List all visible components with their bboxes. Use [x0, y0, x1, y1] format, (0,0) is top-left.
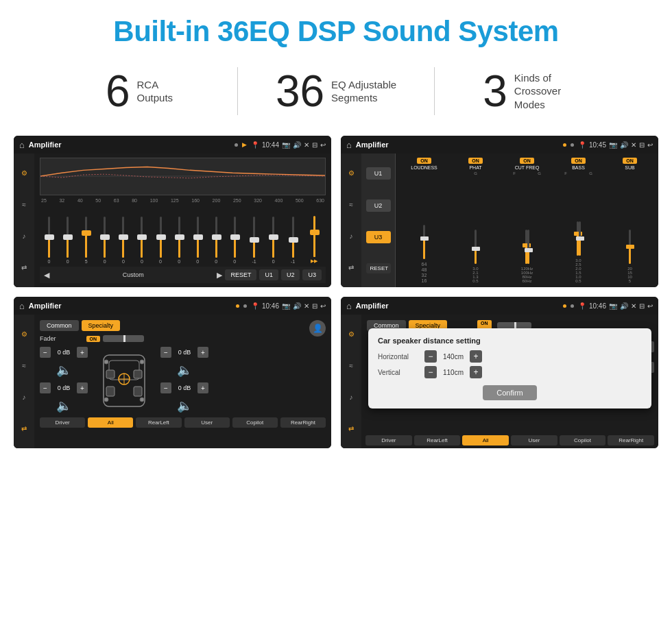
svg-rect-6: [134, 387, 142, 396]
speaker-icon-fr: 🔈: [160, 363, 208, 378]
minus-btn-fr[interactable]: −: [160, 347, 171, 358]
eq-slider-6: 0: [159, 217, 162, 264]
topbar-2: ⌂ Amplifier 📍 10:45 📷 🔊 ✕ ⊟ ↩: [341, 136, 658, 154]
cr-ch-sub: ON SUB 2015105: [605, 158, 654, 283]
tab-specialty[interactable]: Specialty: [82, 320, 121, 331]
freq-labels-row: 25 32 40 50 63 80 100 125 160 200 250 32…: [40, 198, 326, 203]
u1-btn-1[interactable]: U1: [259, 269, 278, 280]
back-icon-4: ↩: [647, 302, 653, 310]
horizontal-value: 140cm: [440, 353, 467, 361]
plus-btn-rl[interactable]: +: [77, 382, 88, 393]
horizontal-minus[interactable]: −: [424, 350, 437, 363]
btn-all-d[interactable]: All: [462, 435, 509, 446]
reset-btn-1[interactable]: RESET: [225, 269, 256, 280]
svg-point-11: [140, 360, 144, 364]
confirm-button[interactable]: Confirm: [483, 385, 537, 400]
balance-icon-1: ⇄: [21, 264, 27, 271]
home-icon-1: ⌂: [19, 140, 25, 150]
fader-text-label: Fader: [40, 335, 56, 342]
layout-icon-3: ⊟: [312, 302, 317, 310]
profile-icon[interactable]: 👤: [309, 320, 326, 337]
btn-user-d[interactable]: User: [511, 435, 557, 446]
stat-number-rca: 6: [106, 69, 130, 113]
svg-point-13: [140, 398, 144, 402]
btn-driver[interactable]: Driver: [40, 417, 85, 428]
btn-rearright-d[interactable]: RearRight: [608, 435, 654, 446]
stat-label-eq: EQ AdjustableSegments: [331, 78, 396, 105]
cr-sliders-phat: [475, 177, 477, 265]
btn-all[interactable]: All: [88, 417, 133, 428]
u3-btn-1[interactable]: U3: [302, 269, 322, 280]
location-icon-1: 📍: [251, 141, 259, 149]
vertical-plus[interactable]: +: [470, 366, 482, 378]
btn-driver-d[interactable]: Driver: [365, 435, 412, 446]
camera-icon-4: 📷: [609, 302, 617, 310]
layout-icon-1: ⊟: [312, 141, 317, 149]
cr-preset-u3[interactable]: U3: [366, 231, 391, 243]
minus-btn-fl[interactable]: −: [40, 347, 51, 358]
page-header: Built-in 36EQ DSP Sound System: [0, 0, 672, 60]
dist-sidebar: ⚙ ≈ ♪ ⇄: [341, 315, 361, 448]
minus-btn-rl[interactable]: −: [40, 382, 51, 393]
close-icon-1: ✕: [304, 141, 309, 149]
u2-btn-1[interactable]: U2: [281, 269, 300, 280]
eq-slider-1: 0: [67, 217, 69, 264]
status-dot-4b: [571, 304, 574, 308]
cr-reset-btn[interactable]: RESET: [366, 263, 391, 273]
prev-icon[interactable]: ◀: [44, 271, 49, 280]
status-dot-2: [563, 143, 566, 147]
vertical-ctrl: − 110cm +: [424, 366, 482, 378]
screen-distance: ⌂ Amplifier 📍 10:46 📷 🔊 ✕ ⊟ ↩ ⚙ ≈ ♪ ⇄: [341, 297, 658, 448]
eq-slider-4: 0: [122, 217, 125, 264]
status-dot-4: [563, 304, 566, 308]
horizontal-plus[interactable]: +: [470, 350, 482, 363]
svg-point-10: [104, 360, 108, 364]
db-val-fl: 0 dB: [53, 349, 74, 356]
stat-number-eq: 36: [276, 69, 324, 113]
volume-icon-2: 🔊: [620, 141, 628, 149]
cr-on-loudness: ON: [417, 158, 431, 164]
balance-icon-dist: ⇄: [348, 425, 354, 432]
eq-slider-5: 0: [141, 217, 143, 264]
btn-rearleft[interactable]: RearLeft: [136, 417, 181, 428]
app-title-3: Amplifier: [29, 302, 232, 310]
note-icon-fader: ♪: [23, 393, 26, 401]
next-icon[interactable]: ▶: [217, 271, 222, 280]
modal-row-horizontal: Horizontal − 140cm +: [378, 350, 642, 363]
plus-btn-fl[interactable]: +: [77, 347, 88, 358]
eq-slider-13: -1: [291, 217, 295, 264]
fader-screen: ⚙ ≈ ♪ ⇄ Common Specialty 👤 Fader: [14, 315, 331, 448]
eq-content-1: ⚙ ≈ ♪ ⇄ 25: [14, 154, 331, 287]
stat-number-crossover: 3: [483, 69, 507, 113]
svg-point-12: [104, 398, 108, 402]
status-dot-2b: [571, 143, 574, 147]
dist-bottom-btns: Driver RearLeft All User Copilot RearRig…: [365, 435, 654, 446]
speaker-icon-fl: 🔈: [40, 363, 88, 378]
vertical-minus[interactable]: −: [424, 366, 437, 378]
btn-copilot[interactable]: Copilot: [232, 417, 278, 428]
btn-user[interactable]: User: [184, 417, 230, 428]
tab-common[interactable]: Common: [40, 320, 79, 331]
eq-slider-8: 0: [196, 217, 199, 264]
camera-icon-3: 📷: [282, 302, 290, 310]
fader-on-badge[interactable]: ON: [86, 336, 101, 342]
cr-preset-u2[interactable]: U2: [366, 199, 391, 212]
cr-preset-u1[interactable]: U1: [366, 167, 391, 180]
volume-icon-3: 🔊: [293, 302, 301, 310]
eq-icon-1: ⚙: [21, 169, 27, 177]
svg-rect-4: [134, 370, 142, 378]
btn-copilot-d[interactable]: Copilot: [560, 435, 606, 446]
btn-rearright[interactable]: RearRight: [280, 417, 326, 428]
cr-sliders-bass: [577, 177, 581, 257]
plus-btn-rr[interactable]: +: [197, 382, 208, 393]
modal-title: Car speaker distance setting: [378, 337, 642, 345]
camera-icon-1: 📷: [282, 141, 290, 149]
page-title: Built-in 36EQ DSP Sound System: [7, 15, 665, 48]
cr-ch-loudness: ON LOUDNESS 64 48 32: [400, 158, 448, 283]
db-val-fr: 0 dB: [174, 349, 195, 356]
plus-btn-fr[interactable]: +: [197, 347, 208, 358]
btn-rearleft-d[interactable]: RearLeft: [414, 435, 461, 446]
minus-btn-rr[interactable]: −: [160, 382, 171, 393]
close-icon-2: ✕: [631, 141, 636, 149]
db-control-rl: − 0 dB +: [40, 382, 88, 393]
